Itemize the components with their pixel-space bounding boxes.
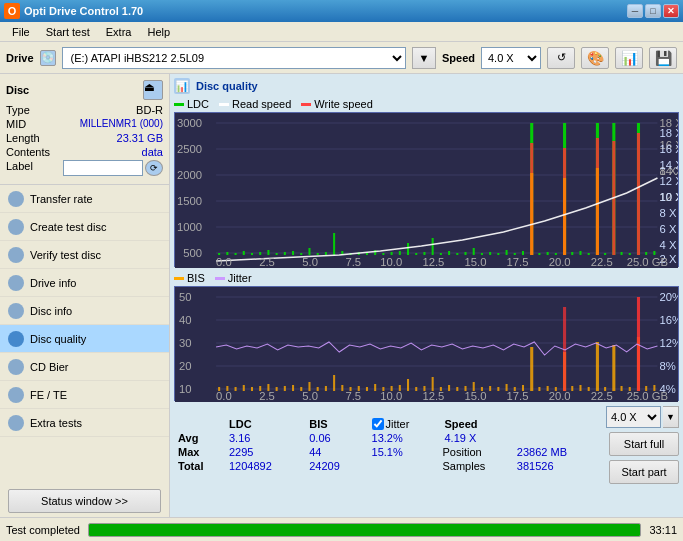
svg-text:17.5: 17.5 [507,256,529,268]
drive-select[interactable]: (E:) ATAPI iHBS212 2.5L09 [62,47,406,69]
svg-rect-56 [448,251,450,255]
svg-text:8%: 8% [660,360,676,372]
drive-refresh-button[interactable]: ▼ [412,47,436,69]
svg-rect-75 [604,253,606,255]
sidebar-item-extra-tests[interactable]: Extra tests [0,409,169,437]
speed-label: Speed [442,52,475,64]
legend-ldc: LDC [174,98,209,110]
read-speed-color-dot [219,103,229,106]
speed-dropdown-arrow[interactable]: ▼ [663,406,679,428]
svg-rect-37 [292,251,294,255]
svg-rect-125 [284,386,286,391]
chart-title-text: Disc quality [196,80,258,92]
svg-text:10.0: 10.0 [380,390,402,402]
menubar: File Start test Extra Help [0,22,683,42]
svg-text:10 X: 10 X [660,191,678,203]
sidebar-item-disc-quality[interactable]: Disc quality [0,325,169,353]
sidebar-item-disc-info[interactable]: Disc info [0,297,169,325]
sidebar-item-transfer-rate[interactable]: Transfer rate [0,185,169,213]
svg-rect-46 [366,253,368,255]
svg-rect-101 [175,287,678,402]
svg-rect-163 [596,342,599,391]
menu-start-test[interactable]: Start test [38,24,98,40]
speed-select[interactable]: 4.0 X [481,47,541,69]
svg-rect-69 [555,253,557,255]
drive-info-icon [8,275,24,291]
disc-type-row: Type BD-R [6,104,163,116]
start-full-button[interactable]: Start full [609,432,679,456]
color-button[interactable]: 🎨 [581,47,609,69]
svg-rect-41 [325,252,327,255]
svg-text:12.5: 12.5 [422,390,444,402]
svg-text:500: 500 [183,247,202,259]
jitter-checkbox[interactable] [372,418,384,430]
svg-rect-160 [571,386,573,391]
svg-rect-30 [235,253,237,255]
start-part-button[interactable]: Start part [609,460,679,484]
scan-speed-select[interactable]: 4.0 X [606,406,661,428]
svg-rect-143 [432,377,434,391]
disc-length-row: Length 23.31 GB [6,132,163,144]
svg-rect-140 [407,379,409,391]
sidebar-item-fe-te[interactable]: FE / TE [0,381,169,409]
close-button[interactable]: ✕ [663,4,679,18]
svg-rect-130 [325,386,327,391]
jitter-checkbox-label[interactable]: Jitter [372,418,433,430]
minimize-button[interactable]: ─ [627,4,643,18]
top-chart-svg: 3000 2500 2000 1500 1000 500 18 X 16 X 1… [175,113,678,268]
disc-label-icon[interactable]: ⟳ [145,160,163,176]
svg-text:16%: 16% [660,314,678,326]
svg-text:22.5: 22.5 [591,256,613,268]
svg-rect-64 [514,253,516,255]
svg-rect-141 [415,387,417,391]
save-button[interactable]: 💾 [649,47,677,69]
svg-rect-135 [366,387,368,391]
svg-rect-78 [629,253,631,255]
transfer-rate-icon [8,191,24,207]
svg-rect-155 [530,347,533,391]
svg-rect-40 [317,253,319,255]
svg-rect-49 [391,252,393,255]
svg-text:1000: 1000 [177,221,202,233]
chart-area: 📊 Disc quality LDC Read speed Write spee… [170,74,683,517]
svg-text:15.0: 15.0 [464,390,486,402]
menu-file[interactable]: File [4,24,38,40]
chart-title-icon: 📊 [174,78,190,94]
refresh-drive-button[interactable]: ↺ [547,47,575,69]
disc-label-row: Label ⟳ [6,160,163,176]
svg-text:10: 10 [179,383,192,395]
max-row: Max 2295 44 15.1% Position 23862 MB [174,445,598,459]
svg-rect-131 [333,375,335,391]
bottom-legend: BIS Jitter [174,272,679,284]
sidebar-item-cd-bier[interactable]: CD Bier [0,353,169,381]
maximize-button[interactable]: □ [645,4,661,18]
legend-jitter: Jitter [215,272,252,284]
svg-text:20.0: 20.0 [549,256,571,268]
menu-help[interactable]: Help [139,24,178,40]
extra-tests-icon [8,415,24,431]
svg-rect-121 [251,387,253,391]
svg-rect-34 [267,250,269,255]
svg-rect-68 [547,252,549,255]
svg-rect-48 [382,253,384,255]
bottom-chart-svg: 50 40 30 20 10 20% 16% 12% 8% 4% [175,287,678,402]
svg-text:20: 20 [179,360,192,372]
svg-rect-124 [276,387,278,391]
compare-button[interactable]: 📊 [615,47,643,69]
svg-text:22.5: 22.5 [591,390,613,402]
ldc-color-dot [174,103,184,106]
svg-rect-35 [276,253,278,255]
stats-header-row: LDC BIS Jitter Speed [174,417,598,431]
status-window-button[interactable]: Status window >> [8,489,161,513]
disc-label-input[interactable] [63,160,143,176]
sidebar-item-create-test-disc[interactable]: Create test disc [0,213,169,241]
disc-eject-button[interactable]: ⏏ [143,80,163,100]
avg-row: Avg 3.16 0.06 13.2% 4.19 X [174,431,598,445]
sidebar-item-verify-test-disc[interactable]: Verify test disc [0,241,169,269]
svg-text:20%: 20% [660,291,678,303]
sidebar-item-drive-info[interactable]: Drive info [0,269,169,297]
svg-rect-55 [440,253,442,255]
disc-panel-header: Disc ⏏ [6,80,163,100]
menu-extra[interactable]: Extra [98,24,140,40]
svg-rect-32 [251,253,253,255]
